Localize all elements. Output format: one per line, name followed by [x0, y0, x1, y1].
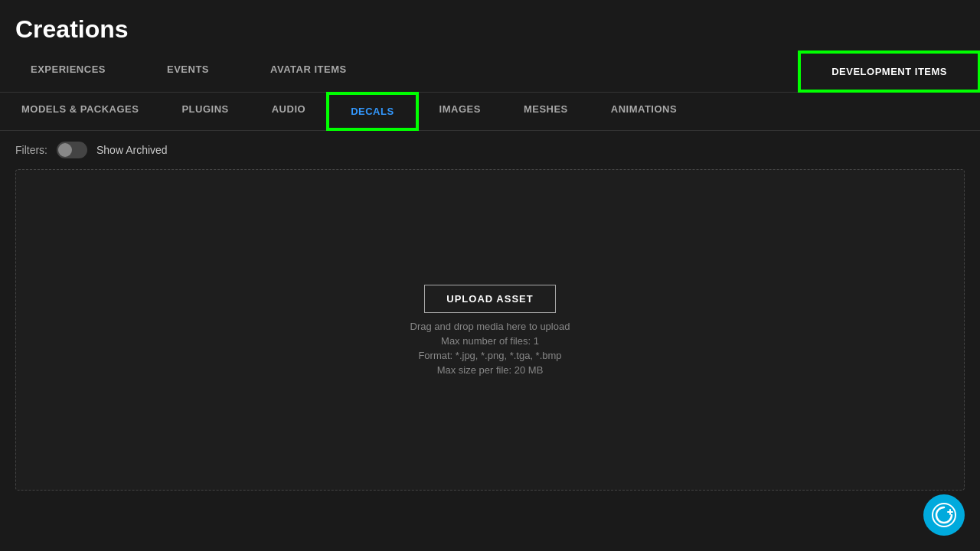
- page-header: Creations: [0, 0, 980, 51]
- tab-meshes[interactable]: MESHES: [502, 93, 590, 130]
- tab-audio[interactable]: AUDIO: [250, 93, 327, 130]
- tab-avatar-items[interactable]: AVATAR ITEMS: [240, 51, 377, 92]
- upload-area: UPLOAD ASSET Drag and drop media here to…: [15, 169, 965, 491]
- filters-bar: Filters: Show Archived: [0, 131, 980, 169]
- tab-images[interactable]: IMAGES: [418, 93, 502, 130]
- tab-animations[interactable]: ANIMATIONS: [590, 93, 698, 130]
- sub-nav: MODELS & PACKAGES PLUGINS AUDIO DECALS I…: [0, 93, 980, 131]
- upload-asset-button[interactable]: UPLOAD ASSET: [424, 285, 555, 313]
- drag-drop-text: Drag and drop media here to upload: [410, 321, 570, 332]
- tab-models-packages[interactable]: MODELS & PACKAGES: [0, 93, 160, 130]
- tab-events[interactable]: EVENTS: [136, 51, 240, 92]
- tab-experiences[interactable]: EXPERIENCES: [0, 51, 136, 92]
- upload-info: Drag and drop media here to upload Max n…: [410, 321, 570, 376]
- page-title: Creations: [15, 15, 965, 44]
- tab-plugins[interactable]: PLUGINS: [160, 93, 250, 130]
- show-archived-label: Show Archived: [96, 144, 168, 156]
- roblox-logo-button[interactable]: [923, 494, 965, 536]
- max-size-text: Max size per file: 20 MB: [437, 364, 544, 376]
- filters-label: Filters:: [15, 144, 47, 156]
- tab-development-items[interactable]: DEVELOPMENT ITEMS: [799, 51, 980, 92]
- show-archived-toggle[interactable]: [57, 142, 87, 158]
- tab-decals[interactable]: DECALS: [327, 93, 417, 130]
- max-files-text: Max number of files: 1: [441, 335, 539, 347]
- top-nav: EXPERIENCES EVENTS AVATAR ITEMS DEVELOPM…: [0, 51, 980, 93]
- format-text: Format: *.jpg, *.png, *.tga, *.bmp: [418, 350, 561, 361]
- roblox-logo-icon: [932, 503, 956, 527]
- toggle-knob: [58, 143, 72, 157]
